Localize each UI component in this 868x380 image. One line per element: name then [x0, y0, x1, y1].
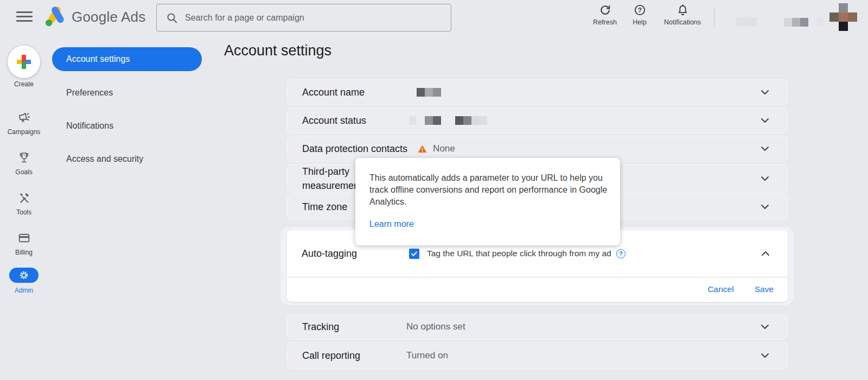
google-ads-logo-icon — [43, 5, 68, 28]
menu-icon[interactable] — [16, 11, 33, 23]
notifications-button[interactable]: Notifications — [658, 3, 707, 26]
brand-title: Google Ads — [72, 9, 145, 26]
chevron-down-icon[interactable] — [759, 115, 771, 126]
redacted-account-status-value — [409, 116, 487, 125]
row-label: Account name — [302, 87, 406, 98]
row-label: Tracking — [302, 321, 406, 333]
auto-tagging-checkbox-label: Tag the URL that people click through fr… — [427, 249, 611, 258]
google-ads-app: Google Ads Refresh ? Help Notifications — [0, 0, 868, 380]
admin-selected-pill[interactable] — [9, 268, 39, 283]
check-icon — [410, 250, 418, 258]
credit-card-icon — [17, 231, 31, 245]
avatar[interactable] — [829, 3, 857, 31]
plus-icon — [16, 54, 32, 70]
row-value: None — [433, 143, 455, 154]
save-button[interactable]: Save — [755, 284, 774, 294]
refresh-label: Refresh — [593, 18, 617, 26]
chevron-up-icon[interactable] — [760, 248, 771, 259]
row-account-name[interactable]: Account name — [287, 79, 788, 105]
sidebar-item-label: Billing — [15, 249, 33, 256]
search-box[interactable] — [156, 4, 451, 31]
tooltip-text: This automatically adds a parameter to y… — [369, 172, 608, 208]
sidebar-item-admin[interactable]: Admin — [0, 268, 48, 294]
topbar-divider — [714, 8, 714, 26]
auto-tagging-tooltip: This automatically adds a parameter to y… — [355, 158, 620, 245]
help-icon: ? — [633, 3, 647, 17]
sidebar-item-label: Goals — [15, 168, 32, 176]
warning-icon — [417, 144, 427, 154]
chevron-down-icon[interactable] — [759, 173, 771, 185]
svg-text:?: ? — [637, 7, 641, 14]
sidebar-item-label: Tools — [16, 208, 31, 216]
help-circle-icon[interactable]: ? — [616, 249, 626, 258]
row-account-status[interactable]: Account status — [287, 107, 788, 134]
sidebar-item-billing[interactable]: Billing — [0, 231, 48, 256]
subnav-item-label: Account settings — [66, 54, 130, 64]
chevron-down-icon[interactable] — [759, 143, 771, 155]
row-tracking[interactable]: Tracking No options set — [287, 314, 788, 340]
row-label: Call reporting — [302, 350, 406, 362]
refresh-icon — [598, 3, 612, 17]
redacted-account-label — [736, 17, 757, 26]
help-label: Help — [633, 18, 647, 26]
gear-icon — [18, 270, 29, 281]
subnav-item-account-settings[interactable]: Account settings — [52, 47, 202, 71]
help-button[interactable]: ? Help — [615, 3, 664, 26]
create-label: Create — [0, 80, 48, 88]
top-bar: Google Ads Refresh ? Help Notifications — [0, 0, 868, 36]
trophy-icon — [17, 151, 31, 164]
megaphone-icon — [17, 111, 31, 124]
learn-more-link[interactable]: Learn more — [369, 219, 414, 229]
sidebar-item-tools[interactable]: Tools — [0, 191, 48, 216]
subnav-item-preferences[interactable]: Preferences — [66, 88, 113, 98]
tools-icon — [17, 191, 31, 205]
cancel-button[interactable]: Cancel — [707, 284, 733, 294]
row-label: Auto-tagging — [302, 248, 406, 259]
row-call-reporting[interactable]: Call reporting Turned on — [287, 342, 788, 369]
sidebar-item-label: Admin — [15, 287, 33, 294]
row-label: Data protection contacts — [302, 143, 407, 155]
page-title: Account settings — [224, 42, 331, 59]
sidebar-item-campaigns[interactable]: Campaigns — [0, 111, 48, 136]
bell-icon — [676, 3, 690, 17]
chevron-down-icon[interactable] — [759, 86, 771, 98]
row-value: Turned on — [406, 350, 448, 361]
auto-tagging-checkbox[interactable] — [409, 249, 419, 259]
row-value: No options set — [406, 321, 465, 332]
chevron-down-icon[interactable] — [759, 321, 771, 333]
search-input[interactable] — [185, 13, 435, 23]
search-icon — [165, 11, 178, 24]
sidebar-item-label: Campaigns — [8, 128, 41, 136]
chevron-down-icon[interactable] — [759, 350, 771, 362]
subnav-item-access-and-security[interactable]: Access and security — [66, 154, 143, 164]
row-label: Account status — [302, 115, 406, 126]
chevron-down-icon[interactable] — [759, 201, 771, 213]
left-nav-rail: Create Campaigns Goals — [0, 36, 48, 380]
redacted-block — [816, 18, 824, 27]
redacted-account-id — [784, 18, 808, 27]
sidebar-item-goals[interactable]: Goals — [0, 151, 48, 176]
subnav-item-notifications[interactable]: Notifications — [66, 121, 113, 131]
create-button[interactable] — [8, 46, 40, 78]
redacted-account-name-value — [417, 88, 441, 97]
notifications-label: Notifications — [664, 18, 701, 26]
